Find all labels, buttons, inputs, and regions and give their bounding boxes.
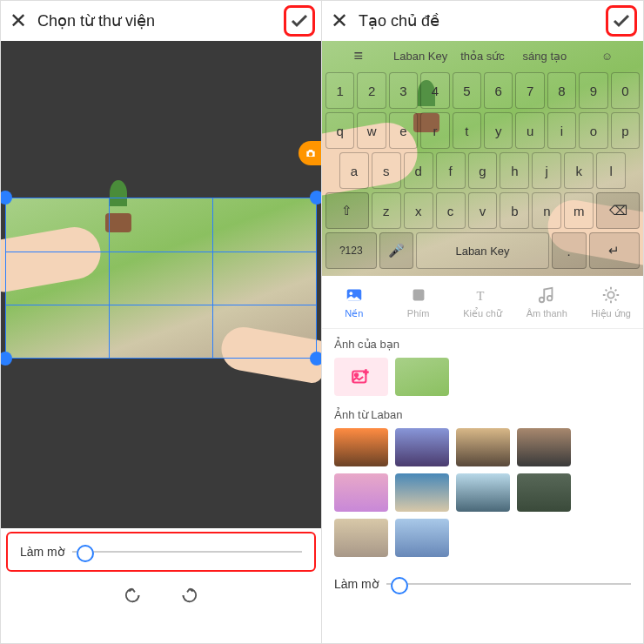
key-9[interactable]: 9 [579, 72, 607, 109]
key-row-5: ?123 🎤 Laban Key . ↵ [325, 232, 640, 269]
svg-rect-2 [413, 290, 424, 301]
svg-point-4 [607, 292, 614, 298]
close-icon[interactable]: ✕ [331, 9, 348, 33]
laban-thumb[interactable] [395, 473, 449, 512]
enter-key[interactable]: ↵ [589, 232, 641, 269]
key-t[interactable]: t [453, 112, 481, 149]
left-title: Chọn từ thư viện [37, 11, 276, 30]
emoji-icon[interactable]: ☺ [578, 50, 636, 63]
key-row-2: q w e r t y u i o p [325, 112, 640, 149]
key-x[interactable]: x [404, 192, 433, 229]
laban-thumb[interactable] [395, 519, 449, 557]
key-s[interactable]: s [372, 152, 401, 189]
right-blur-row: Làm mờ [322, 566, 643, 602]
laban-thumb[interactable] [334, 519, 388, 557]
blur-slider-row: Làm mờ [13, 535, 309, 568]
key-h[interactable]: h [500, 152, 529, 189]
laban-images-section: Ảnh từ Laban [322, 405, 643, 566]
key-4[interactable]: 4 [420, 72, 449, 109]
key-q[interactable]: q [325, 112, 354, 149]
key-d[interactable]: d [404, 152, 433, 189]
key-w[interactable]: w [357, 112, 386, 149]
period-key[interactable]: . [552, 232, 587, 269]
blur-slider-thumb[interactable] [77, 545, 94, 562]
laban-thumb[interactable] [334, 473, 388, 512]
key-k[interactable]: k [564, 152, 594, 189]
key-g[interactable]: g [468, 152, 498, 189]
key-y[interactable]: y [484, 112, 513, 149]
blur-slider[interactable] [386, 583, 631, 585]
svg-point-6 [355, 373, 358, 376]
crop-handle-tr[interactable] [310, 191, 322, 205]
key-row-4: ⇧ z x c v b n m ⌫ [325, 192, 640, 229]
key-row-3: a s d f g h j k l [325, 152, 640, 189]
key-u[interactable]: u [515, 112, 544, 149]
confirm-button[interactable] [286, 8, 312, 34]
tab-background[interactable]: Nền [322, 276, 386, 328]
laban-thumb[interactable] [517, 473, 571, 512]
key-v[interactable]: v [468, 192, 498, 229]
key-n[interactable]: n [532, 192, 561, 229]
tab-font[interactable]: TKiểu chữ [451, 276, 515, 328]
space-key[interactable]: Laban Key [416, 232, 549, 269]
key-e[interactable]: e [389, 112, 418, 149]
svg-point-1 [349, 292, 352, 295]
tab-effects[interactable]: Hiệu ứng [579, 276, 643, 328]
key-f[interactable]: f [436, 152, 466, 189]
camera-badge-icon[interactable] [299, 141, 322, 165]
key-0[interactable]: 0 [611, 72, 640, 109]
right-title: Tạo chủ đề [359, 11, 598, 30]
editor-tabs: Nền Phím TKiểu chữ Âm thanh Hiệu ứng [322, 276, 643, 329]
crop-handle-bl[interactable] [1, 352, 12, 366]
tab-keys[interactable]: Phím [386, 276, 451, 328]
left-header: ✕ Chọn từ thư viện [1, 1, 321, 41]
key-m[interactable]: m [564, 192, 594, 229]
rotate-left-icon[interactable] [124, 586, 144, 608]
key-c[interactable]: c [436, 192, 466, 229]
key-2[interactable]: 2 [357, 72, 386, 109]
backspace-key[interactable]: ⌫ [596, 192, 640, 229]
laban-thumb[interactable] [456, 428, 510, 466]
laban-thumb[interactable] [517, 428, 571, 466]
crop-canvas[interactable] [1, 41, 321, 528]
menu-icon[interactable]: ≡ [329, 47, 387, 65]
key-1[interactable]: 1 [325, 72, 354, 109]
laban-thumb[interactable] [456, 473, 510, 512]
crop-frame[interactable] [5, 198, 317, 359]
key-r[interactable]: r [420, 112, 449, 149]
key-7[interactable]: 7 [515, 72, 544, 109]
voice-key[interactable]: 🎤 [379, 232, 414, 269]
key-a[interactable]: a [339, 152, 369, 189]
key-i[interactable]: i [547, 112, 576, 149]
user-image-thumb[interactable] [395, 358, 449, 396]
blur-slider[interactable] [72, 551, 302, 553]
tab-sound[interactable]: Âm thanh [514, 276, 579, 328]
rotate-right-icon[interactable] [178, 586, 198, 608]
confirm-button[interactable] [608, 8, 634, 34]
key-l[interactable]: l [596, 152, 626, 189]
laban-thumb[interactable] [334, 428, 388, 466]
key-o[interactable]: o [579, 112, 607, 149]
laban-images-title: Ảnh từ Laban [334, 408, 631, 421]
key-6[interactable]: 6 [484, 72, 513, 109]
suggestion-bar: ≡ Laban Key thỏa sức sáng tạo ☺ [322, 41, 643, 70]
laban-thumb[interactable] [395, 428, 449, 466]
shift-key[interactable]: ⇧ [325, 192, 369, 229]
blur-label: Làm mờ [20, 545, 65, 559]
add-image-button[interactable] [334, 358, 388, 396]
right-header: ✕ Tạo chủ đề [322, 1, 643, 41]
key-z[interactable]: z [372, 192, 401, 229]
user-images-section: Ảnh của bạn [322, 329, 643, 405]
key-j[interactable]: j [532, 152, 561, 189]
keyboard-preview: ≡ Laban Key thỏa sức sáng tạo ☺ 1 2 3 4 … [322, 41, 643, 276]
key-3[interactable]: 3 [389, 72, 418, 109]
symbols-key[interactable]: ?123 [325, 232, 377, 269]
key-8[interactable]: 8 [547, 72, 576, 109]
key-p[interactable]: p [611, 112, 640, 149]
crop-handle-br[interactable] [310, 352, 322, 366]
key-5[interactable]: 5 [453, 72, 481, 109]
svg-text:T: T [477, 288, 485, 302]
blur-slider-thumb[interactable] [391, 577, 408, 594]
close-icon[interactable]: ✕ [10, 9, 27, 33]
key-b[interactable]: b [500, 192, 529, 229]
